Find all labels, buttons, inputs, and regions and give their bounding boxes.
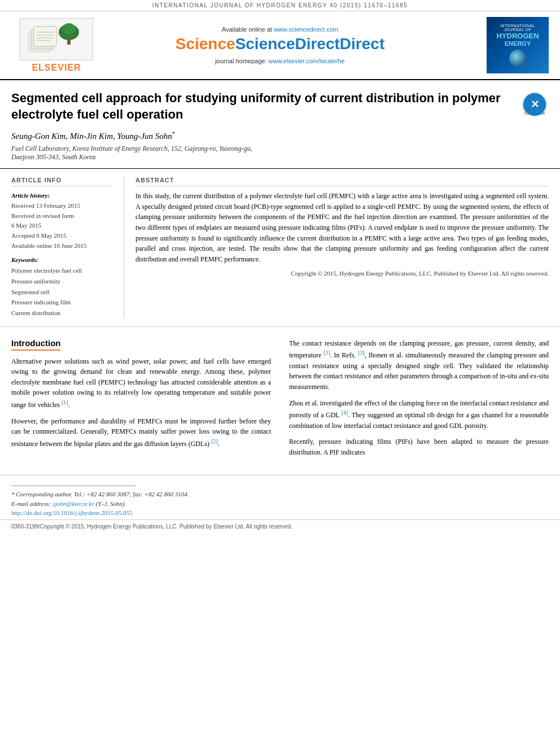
sciencedirect-logo: ScienceScienceDirectDirect	[113, 35, 447, 53]
doi-link[interactable]: http://dx.doi.org/10.1016/j.ijhydene.201…	[11, 509, 133, 516]
title-section: Segmented cell approach for studying uni…	[0, 80, 560, 169]
affiliation-line2: Daejeon 305-343, South Korea	[11, 153, 549, 161]
svg-rect-2	[34, 27, 56, 46]
elsevier-logo-area: ELSEVIER	[11, 18, 102, 73]
journal-cover-hydrogen: HYDROGEN	[496, 32, 539, 41]
keyword-3: Segmented cell	[11, 287, 112, 298]
intro-paragraph-1: Alternative power solutions such as wind…	[11, 356, 271, 410]
journal-cover-energy: ENERGY	[505, 40, 531, 47]
article-history-label: Article history:	[11, 192, 112, 199]
svg-point-4	[62, 23, 76, 34]
header-center: Available online at www.sciencedirect.co…	[102, 26, 458, 64]
article-info-heading: ARTICLE INFO	[11, 177, 112, 186]
keyword-5: Current distribution	[11, 308, 112, 318]
paper-title: Segmented cell approach for studying uni…	[11, 90, 520, 123]
right-paragraph-1: The contact resistance depends on the cl…	[289, 338, 549, 392]
bottom-bar: 0360-3199/Copyright © 2015, Hydrogen Ene…	[0, 519, 560, 533]
intro-paragraph-2: However, the performance and durability …	[11, 416, 271, 449]
journal-banner: INTERNATIONAL JOURNAL OF HYDROGEN ENERGY…	[0, 0, 560, 11]
elsevier-image	[20, 18, 93, 60]
accepted-date: Accepted 8 May 2015	[11, 231, 112, 241]
keyword-1: Polymer electrolyte fuel cell	[11, 265, 112, 276]
keyword-4: Pressure indicating film	[11, 297, 112, 308]
elsevier-wordmark: ELSEVIER	[32, 63, 81, 73]
ref-4: [4]	[342, 409, 348, 416]
author-email[interactable]: yjohn@kier.re.kr	[53, 500, 94, 507]
corresponding-author: * Corresponding author. Tel.: +82 42 860…	[11, 490, 549, 500]
left-column: Introduction Alternative power solutions…	[11, 338, 280, 464]
footnote-separator	[11, 486, 135, 486]
journal-homepage-url[interactable]: www.elsevier.com/locate/he	[269, 58, 345, 64]
right-column: The contact resistance depends on the cl…	[280, 338, 549, 464]
paper-title-area: Segmented cell approach for studying uni…	[11, 90, 549, 123]
authors-line: Seung-Gon Kim, Min-Jin Kim, Young-Jun So…	[11, 130, 549, 141]
crossmark-logo: ✕ CrossMark	[520, 90, 549, 119]
keywords-label: Keywords:	[11, 256, 112, 263]
svg-text:✕: ✕	[531, 99, 539, 110]
revised-date: 6 May 2015	[11, 221, 112, 231]
received-date: Received 13 February 2015	[11, 201, 112, 211]
header-right: International Journal of HYDROGEN ENERGY	[458, 17, 549, 73]
ref-3a: [3]	[323, 350, 330, 356]
right-paragraph-3: Recently, pressure indicating films (PIF…	[289, 436, 549, 457]
right-paragraph-2: Zhou et al. investigated the effect of t…	[289, 398, 549, 431]
ref-2: [2]	[211, 438, 218, 444]
abstract-copyright: Copyright © 2015, Hydrogen Energy Public…	[135, 269, 549, 278]
journal-cover: International Journal of HYDROGEN ENERGY	[487, 17, 549, 73]
footnotes: * Corresponding author. Tel.: +82 42 860…	[0, 475, 560, 519]
elsevier-logo: ELSEVIER	[11, 18, 102, 73]
abstract-section: ABSTRACT In this study, the current dist…	[124, 177, 549, 318]
sciencedirect-url[interactable]: www.sciencedirect.com	[274, 26, 338, 33]
journal-homepage: journal homepage: www.elsevier.com/locat…	[113, 58, 447, 64]
article-info: ARTICLE INFO Article history: Received 1…	[11, 177, 124, 318]
svg-rect-5	[67, 38, 71, 45]
svg-text:CrossMark: CrossMark	[524, 111, 545, 115]
asterisk: *	[172, 130, 175, 137]
keywords-list: Polymer electrolyte fuel cell Pressure u…	[11, 265, 112, 318]
abstract-text: In this study, the current distribution …	[135, 191, 549, 264]
abstract-heading: ABSTRACT	[135, 177, 549, 186]
header: ELSEVIER Available online at www.science…	[0, 11, 560, 80]
email-line: E-mail address: yjohn@kier.re.kr (Y.-J. …	[11, 499, 549, 509]
article-body: ARTICLE INFO Article history: Received 1…	[0, 169, 560, 326]
keyword-2: Pressure uniformity	[11, 276, 112, 287]
revised-label: Received in revised form	[11, 211, 112, 221]
available-online-text: Available online at www.sciencedirect.co…	[113, 26, 447, 33]
journal-cover-line1: International Journal of	[489, 24, 546, 32]
ref-1: [1]	[62, 399, 68, 405]
affiliation-line1: Fuel Cell Laboratory, Korea Institute of…	[11, 145, 549, 153]
ref-3b: [3]	[358, 350, 365, 356]
main-content: Introduction Alternative power solutions…	[0, 327, 560, 475]
online-date: Available online 10 June 2015	[11, 241, 112, 251]
introduction-title: Introduction	[11, 338, 60, 351]
